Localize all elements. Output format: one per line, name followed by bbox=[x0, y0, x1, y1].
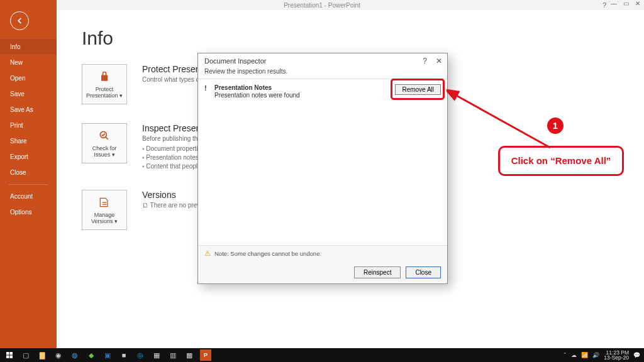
annotation-text: Click on “Remove All” bbox=[511, 155, 611, 166]
dialog-body: ! Presentation Notes Presentation notes … bbox=[198, 79, 447, 245]
tray-volume-icon[interactable]: 🔊 bbox=[592, 352, 599, 358]
sidebar-item-export[interactable]: Export bbox=[0, 149, 57, 165]
tile-label: Protect Presentation ▾ bbox=[86, 86, 123, 99]
note-text: Note: Some changes cannot be undone. bbox=[214, 250, 321, 257]
tray-chevron-icon[interactable]: ˄ bbox=[564, 352, 567, 358]
app-icon-4[interactable]: ▥ bbox=[167, 349, 179, 361]
warning-icon: ⚠ bbox=[204, 250, 211, 258]
photos-icon[interactable]: ▩ bbox=[184, 349, 195, 361]
taskbar-clock[interactable]: 11:23 PM 13-Sep-20 bbox=[604, 350, 629, 361]
outlook-icon[interactable]: ▣ bbox=[102, 349, 113, 361]
maximize-button[interactable]: ▭ bbox=[623, 0, 629, 7]
inspection-result-row: ! Presentation Notes Presentation notes … bbox=[204, 84, 441, 99]
svg-rect-2 bbox=[6, 352, 9, 355]
alert-mark-icon: ! bbox=[204, 84, 209, 92]
sidebar-item-info[interactable]: Info bbox=[0, 39, 57, 55]
result-heading: Presentation Notes bbox=[214, 84, 390, 91]
result-detail: Presentation notes were found bbox=[214, 92, 300, 99]
annotation-step-number: 1 bbox=[547, 118, 564, 134]
notifications-icon[interactable]: 💬 bbox=[633, 352, 640, 358]
remove-all-button[interactable]: Remove All bbox=[395, 84, 441, 95]
edge-icon[interactable]: ◍ bbox=[69, 349, 80, 361]
page-title: Info bbox=[82, 28, 619, 49]
svg-rect-3 bbox=[10, 352, 13, 355]
tray-cloud-icon[interactable]: ☁ bbox=[571, 352, 577, 358]
dialog-subtitle: Review the inspection results. bbox=[198, 67, 447, 79]
skype-icon[interactable]: ◎ bbox=[135, 349, 146, 361]
protect-presentation-tile[interactable]: Protect Presentation ▾ bbox=[82, 64, 127, 104]
sidebar-item-save[interactable]: Save bbox=[0, 86, 57, 102]
lock-icon bbox=[98, 70, 111, 84]
svg-rect-4 bbox=[6, 356, 9, 359]
dialog-title: Document Inspector bbox=[204, 57, 266, 65]
minimize-button[interactable]: — bbox=[611, 0, 617, 7]
tile-label: Manage Versions ▾ bbox=[91, 212, 118, 224]
dialog-note: ⚠ Note: Some changes cannot be undone. bbox=[198, 245, 447, 261]
sidebar-separator bbox=[9, 184, 48, 185]
system-tray: ˄ ☁ 📶 🔊 11:23 PM 13-Sep-20 💬 bbox=[564, 350, 640, 361]
document-inspector-dialog: Document Inspector ? ✕ Review the inspec… bbox=[197, 53, 448, 284]
tile-label: Check for Issues ▾ bbox=[92, 145, 117, 158]
sidebar-item-options[interactable]: Options bbox=[0, 204, 57, 220]
powerpoint-taskbar-icon[interactable]: P bbox=[200, 349, 211, 361]
sidebar-item-print[interactable]: Print bbox=[0, 118, 57, 133]
versions-icon bbox=[98, 195, 111, 209]
dialog-footer: Reinspect Close bbox=[198, 261, 447, 283]
close-dialog-button[interactable]: Close bbox=[406, 266, 441, 278]
help-icon[interactable]: ? bbox=[602, 1, 606, 9]
manage-versions-tile[interactable]: Manage Versions ▾ bbox=[82, 190, 127, 230]
check-for-issues-tile[interactable]: Check for Issues ▾ bbox=[82, 123, 127, 163]
dialog-titlebar: Document Inspector ? ✕ bbox=[198, 53, 447, 67]
sidebar-item-open[interactable]: Open bbox=[0, 70, 57, 86]
tray-network-icon[interactable]: 📶 bbox=[581, 352, 588, 358]
sidebar-item-account[interactable]: Account bbox=[0, 189, 57, 204]
close-button[interactable]: ✕ bbox=[635, 0, 640, 7]
app-title: Presentation1 - PowerPoint bbox=[284, 2, 360, 9]
reinspect-button[interactable]: Reinspect bbox=[354, 266, 401, 278]
magnifier-check-icon bbox=[98, 129, 111, 143]
app-icon-2[interactable]: ■ bbox=[118, 349, 130, 361]
start-button[interactable] bbox=[4, 349, 15, 361]
sidebar-item-close[interactable]: Close bbox=[0, 165, 57, 180]
svg-rect-5 bbox=[10, 356, 13, 359]
sidebar-item-new[interactable]: New bbox=[0, 55, 57, 70]
chrome-icon[interactable]: ◉ bbox=[53, 349, 64, 361]
sidebar-item-share[interactable]: Share bbox=[0, 133, 57, 149]
annotation-callout: Click on “Remove All” bbox=[498, 146, 624, 176]
windows-taskbar: ▢ ▇ ◉ ◍ ◆ ▣ ■ ◎ ▦ ▥ ▩ P ˄ ☁ 📶 🔊 11:23 PM… bbox=[0, 348, 644, 362]
dialog-close-icon[interactable]: ✕ bbox=[436, 57, 442, 65]
app-titlebar: Presentation1 - PowerPoint ? — ▭ ✕ bbox=[0, 0, 644, 10]
sidebar-nav: Info New Open Save Save As Print Share E… bbox=[0, 39, 57, 220]
task-view-icon[interactable]: ▢ bbox=[20, 349, 31, 361]
sidebar-item-save-as[interactable]: Save As bbox=[0, 102, 57, 118]
file-explorer-icon[interactable]: ▇ bbox=[36, 349, 48, 361]
app-icon-3[interactable]: ▦ bbox=[151, 349, 162, 361]
backstage-sidebar: Info New Open Save Save As Print Share E… bbox=[0, 0, 57, 348]
back-button[interactable] bbox=[10, 11, 29, 30]
dialog-help-icon[interactable]: ? bbox=[423, 57, 427, 65]
app-icon[interactable]: ◆ bbox=[86, 349, 97, 361]
